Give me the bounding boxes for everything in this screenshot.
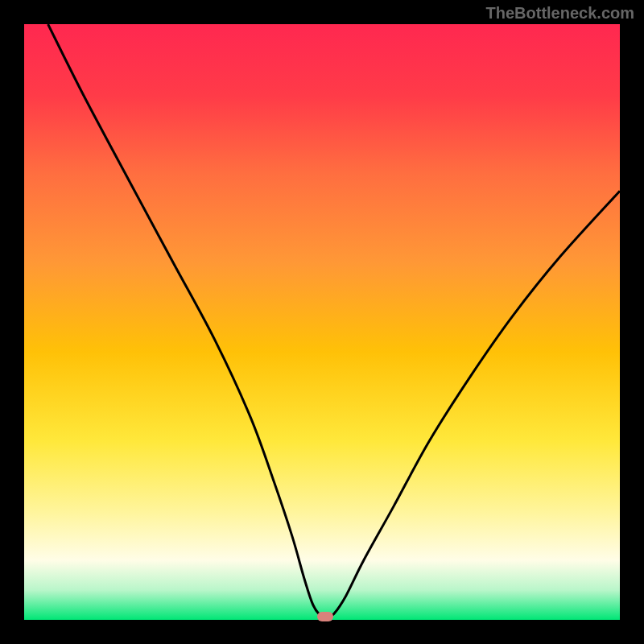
bottleneck-chart [24,24,620,620]
bottleneck-marker [317,612,333,621]
watermark-text: TheBottleneck.com [486,4,634,23]
chart-curve [24,24,620,620]
